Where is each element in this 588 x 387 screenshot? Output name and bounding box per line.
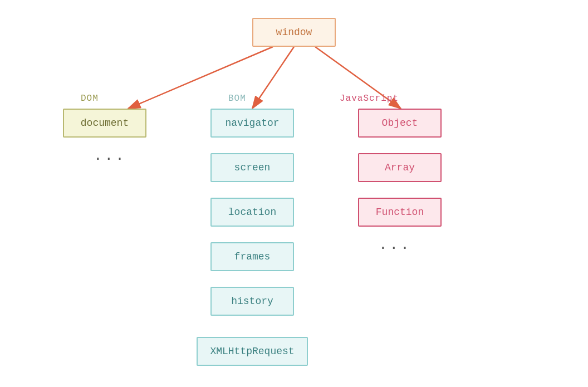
location-box: location (210, 198, 294, 227)
diagram: window DOM document ... BOM navigator sc… (0, 0, 588, 387)
object-label: Object (382, 117, 418, 129)
dots-dom: ... (94, 148, 126, 164)
window-label: window (276, 27, 312, 38)
history-box: history (210, 287, 294, 316)
document-box: document (63, 109, 146, 138)
history-label: history (231, 296, 273, 307)
svg-line-1 (128, 47, 273, 109)
function-label: Function (376, 207, 424, 218)
dots-js: ... (379, 237, 411, 253)
array-label: Array (385, 162, 415, 173)
xmlhttprequest-box: XMLHttpRequest (197, 337, 308, 366)
document-label: document (81, 117, 129, 129)
function-box: Function (358, 198, 442, 227)
location-label: location (228, 207, 276, 218)
javascript-label: JavaScript (340, 94, 399, 104)
screen-label: screen (234, 162, 271, 173)
svg-line-2 (252, 47, 294, 109)
navigator-label: navigator (225, 117, 279, 129)
frames-box: frames (210, 242, 294, 271)
bom-label: BOM (228, 94, 246, 104)
screen-box: screen (210, 153, 294, 182)
navigator-box: navigator (210, 109, 294, 138)
xmlhttprequest-label: XMLHttpRequest (210, 346, 294, 357)
window-box: window (252, 18, 336, 47)
frames-label: frames (234, 251, 271, 262)
arrows-svg (0, 0, 588, 387)
object-box: Object (358, 109, 442, 138)
array-box: Array (358, 153, 442, 182)
dom-label: DOM (81, 94, 99, 104)
